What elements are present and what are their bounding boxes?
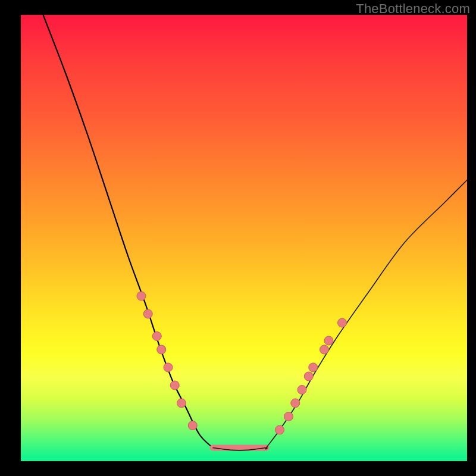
- data-marker: [309, 363, 318, 372]
- data-marker: [275, 425, 284, 434]
- data-marker: [320, 345, 329, 354]
- data-marker: [291, 399, 300, 408]
- data-marker: [304, 372, 313, 381]
- data-marker: [170, 381, 179, 390]
- right-curve: [213, 180, 468, 450]
- marker-group-right: [275, 318, 347, 434]
- data-marker: [284, 412, 293, 421]
- chart-svg: [21, 15, 467, 461]
- data-marker: [188, 421, 197, 430]
- plot-area: [21, 15, 467, 461]
- data-marker: [177, 399, 186, 408]
- data-marker: [137, 292, 146, 300]
- data-marker: [143, 309, 152, 318]
- data-marker: [152, 332, 161, 341]
- data-marker: [164, 363, 173, 372]
- marker-group-left: [137, 292, 197, 430]
- data-marker: [324, 336, 333, 345]
- data-marker: [338, 318, 347, 327]
- data-marker: [298, 386, 306, 394]
- left-curve: [43, 15, 267, 450]
- chart-frame: TheBottleneck.com: [0, 0, 476, 476]
- data-marker: [157, 345, 166, 354]
